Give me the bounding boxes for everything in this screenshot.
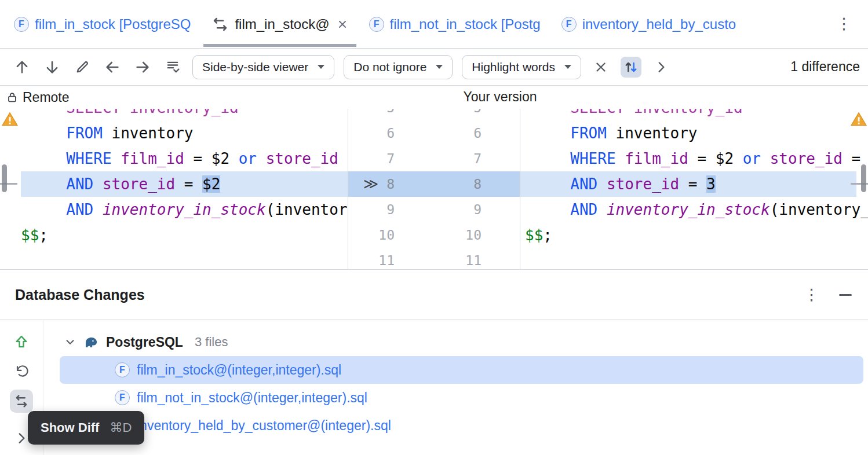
code-line[interactable]: AND store_id = 3 <box>520 171 856 197</box>
tab-label: film_in_stock@ <box>235 16 329 32</box>
lock-icon <box>6 91 19 104</box>
right-line-number: 10 <box>348 222 482 248</box>
left-pane-title: Remote <box>6 86 70 109</box>
tab-label: inventory_held_by_custo <box>582 16 736 32</box>
changed-file-row[interactable]: Ffilm_in_stock@(integer,integer).sql <box>60 356 863 384</box>
viewer-mode-select[interactable]: Side-by-side viewer <box>192 55 334 79</box>
previous-difference-button[interactable] <box>12 57 32 78</box>
collapse-unchanged-icon[interactable] <box>590 57 611 78</box>
editor-tab[interactable]: Ffilm_not_in_stock [Postg <box>359 0 551 48</box>
gutter-row: 66 <box>348 120 520 146</box>
code-line[interactable]: $$; <box>520 222 856 248</box>
group-file-count: 3 files <box>195 335 228 350</box>
file-name: inventory_held_by_customer@(integer).sql <box>137 418 391 434</box>
hide-panel-icon[interactable] <box>839 294 852 296</box>
changed-file-row[interactable]: Finventory_held_by_customer@(integer).sq… <box>43 412 868 439</box>
panel-options-kebab-icon[interactable]: ⋮ <box>804 287 819 303</box>
diff-gutter: 556677≫889910101111 <box>348 109 520 269</box>
group-label: PostgreSQL <box>106 335 183 350</box>
chevron-down-icon <box>318 65 324 69</box>
chevron-down-icon[interactable] <box>64 336 76 348</box>
tab-options-kebab-icon[interactable]: ⋮ <box>836 16 852 32</box>
gutter-row: 99 <box>348 197 520 222</box>
code-line[interactable]: WHERE film_id = $2 or store_id = <box>520 146 856 171</box>
highlight-policy-value: Highlight words <box>472 60 555 74</box>
changes-group-row[interactable]: PostgreSQL3 files <box>43 328 868 356</box>
code-line[interactable]: WHERE film_id = $2 or store_id <box>21 146 348 171</box>
diff-toolbar: Side-by-side viewer Do not ignore Highli… <box>0 49 868 86</box>
tab-label: film_in_stock [PostgreSQ <box>35 16 191 32</box>
function-icon: F <box>369 17 384 32</box>
tooltip-label: Show Diff <box>41 420 99 435</box>
warning-icon[interactable] <box>850 111 867 130</box>
function-icon: F <box>561 17 577 32</box>
code-line[interactable]: FROM inventory <box>520 120 856 146</box>
right-pane-title: Your version <box>463 86 537 108</box>
sync-scrolling-toggle[interactable] <box>621 57 641 78</box>
next-difference-button[interactable] <box>42 57 63 78</box>
back-button[interactable] <box>102 57 123 78</box>
code-line[interactable]: AND store_id = $2 <box>21 171 348 197</box>
diff-icon <box>211 16 229 33</box>
right-line-number: 6 <box>348 120 482 146</box>
editor-tab[interactable]: Ffilm_in_stock [PostgreSQ <box>3 0 201 48</box>
tooltip-shortcut: ⌘D <box>110 420 132 435</box>
gutter-row: 1111 <box>348 248 520 269</box>
file-name: film_not_in_stock@(integer,integer).sql <box>137 390 367 406</box>
code-line[interactable]: SELECT inventory_id <box>520 109 856 120</box>
panel-title: Database Changes <box>15 287 804 303</box>
right-line-number: 5 <box>348 109 482 120</box>
diff-left-pane[interactable]: SELECT inventory_id FROM inventory WHERE… <box>0 109 348 269</box>
rollback-button[interactable] <box>11 361 32 381</box>
highlight-policy-select[interactable]: Highlight words <box>462 55 581 79</box>
postgresql-icon <box>83 335 99 350</box>
more-options-chevron-icon[interactable] <box>651 57 672 78</box>
diff-viewer: SELECT inventory_id FROM inventory WHERE… <box>0 109 868 270</box>
code-line[interactable]: FROM inventory <box>21 120 348 146</box>
chevron-down-icon <box>436 65 443 69</box>
diff-pane-headers: Remote Your version <box>0 86 868 109</box>
function-icon: F <box>115 390 130 405</box>
show-diff-tooltip: Show Diff ⌘D <box>28 411 144 445</box>
code-line[interactable] <box>520 248 856 269</box>
viewer-mode-value: Side-by-side viewer <box>202 60 308 74</box>
right-line-number: 7 <box>348 146 482 171</box>
file-name: film_in_stock@(integer,integer).sql <box>137 362 341 378</box>
scrollbar-thumb[interactable] <box>861 164 866 192</box>
code-line[interactable]: AND inventory_in_stock(inventory_ <box>520 197 856 222</box>
show-diff-button[interactable] <box>10 390 33 413</box>
database-changes-header: Database Changes ⋮ <box>0 270 868 320</box>
changes-tree: PostgreSQL3 filesFfilm_in_stock@(integer… <box>43 320 868 455</box>
diff-window: Ffilm_in_stock [PostgreSQfilm_in_stock@F… <box>0 0 868 455</box>
editor-tab-bar: Ffilm_in_stock [PostgreSQfilm_in_stock@F… <box>0 0 868 49</box>
difference-count: 1 difference <box>790 59 860 75</box>
right-line-number: 9 <box>348 197 482 222</box>
gutter-row: 55 <box>348 109 520 120</box>
function-icon: F <box>115 362 130 377</box>
code-line[interactable]: AND inventory_in_stock(inventor <box>21 197 348 222</box>
close-icon[interactable] <box>337 19 348 30</box>
gutter-row: ≫88 <box>348 171 520 197</box>
tab-label: film_not_in_stock [Postg <box>390 16 541 32</box>
editor-tab[interactable]: Finventory_held_by_custo <box>551 0 747 48</box>
scrollbar-thumb[interactable] <box>2 164 7 192</box>
compare-contents-icon[interactable] <box>162 57 183 78</box>
diff-right-pane[interactable]: SELECT inventory_id FROM inventory WHERE… <box>520 109 868 269</box>
warning-icon[interactable] <box>1 111 19 130</box>
code-line[interactable]: $$; <box>21 222 348 248</box>
right-line-number: 8 <box>348 171 482 197</box>
forward-button[interactable] <box>132 57 153 78</box>
code-line[interactable]: SELECT inventory_id <box>21 109 348 120</box>
whitespace-policy-value: Do not ignore <box>353 60 426 74</box>
right-line-number: 11 <box>348 248 482 269</box>
chevron-down-icon <box>564 65 571 69</box>
whitespace-policy-select[interactable]: Do not ignore <box>344 55 453 79</box>
code-line[interactable] <box>21 248 348 269</box>
function-icon: F <box>14 17 29 32</box>
left-pane-title-label: Remote <box>23 90 70 105</box>
changed-file-row[interactable]: Ffilm_not_in_stock@(integer,integer).sql <box>43 384 868 412</box>
editor-tabs: Ffilm_in_stock [PostgreSQfilm_in_stock@F… <box>0 0 746 48</box>
edit-button[interactable] <box>72 57 93 78</box>
editor-tab[interactable]: film_in_stock@ <box>201 0 358 48</box>
commit-push-button[interactable] <box>11 332 32 353</box>
